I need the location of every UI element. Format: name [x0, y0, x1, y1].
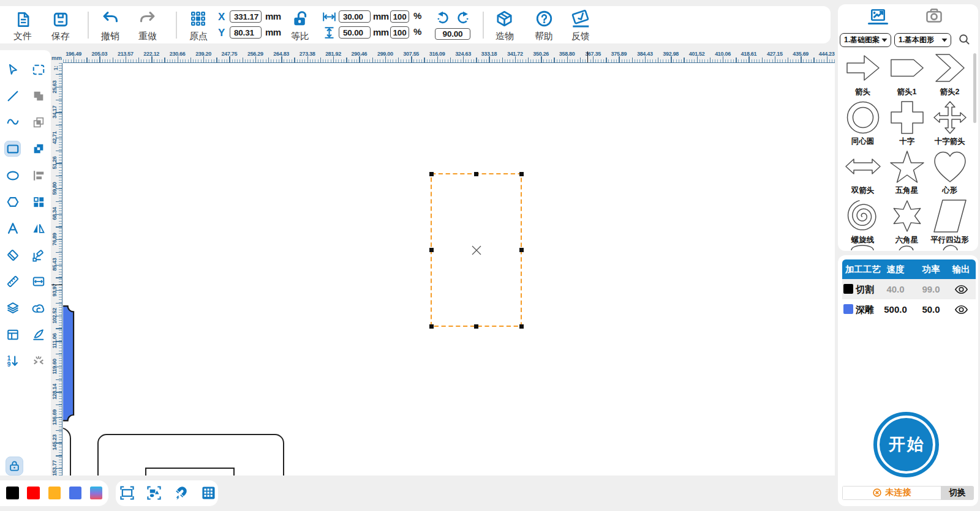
- svg-text:9: 9: [7, 361, 10, 368]
